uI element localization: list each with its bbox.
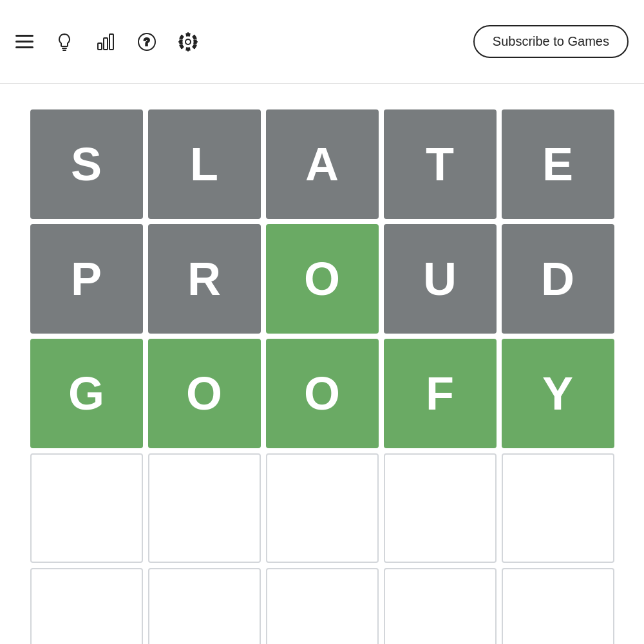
tile-3-2: O (148, 339, 261, 448)
svg-rect-4 (109, 34, 113, 50)
tile-1-4: T (384, 109, 497, 219)
tile-4-4 (384, 453, 497, 563)
game-area: S L A T E P R O U D G O O F Y (0, 84, 644, 644)
tile-2-1: P (30, 224, 143, 334)
tile-5-1 (30, 568, 143, 644)
grid-row-3: G O O F Y (30, 339, 614, 448)
tile-1-5: E (502, 109, 614, 219)
tile-4-2 (148, 453, 261, 563)
header-left: ? (15, 32, 198, 52)
svg-rect-2 (98, 43, 102, 50)
bulb-svg (54, 32, 75, 52)
gear-svg (178, 32, 198, 52)
grid-row-2: P R O U D (30, 224, 614, 334)
tile-1-2: L (148, 109, 261, 219)
grid-row-1: S L A T E (30, 109, 614, 219)
tile-5-2 (148, 568, 261, 644)
stats-icon[interactable] (95, 32, 116, 52)
tile-4-1 (30, 453, 143, 563)
tile-5-3 (266, 568, 379, 644)
tile-3-3: O (266, 339, 379, 448)
tile-3-4: F (384, 339, 497, 448)
tile-3-5: Y (502, 339, 614, 448)
tile-1-1: S (30, 109, 143, 219)
settings-icon[interactable] (178, 32, 198, 52)
svg-rect-3 (104, 38, 108, 50)
tile-5-5 (502, 568, 614, 644)
hamburger-menu-icon[interactable] (15, 35, 33, 48)
hint-icon[interactable] (54, 32, 75, 52)
tile-2-3: O (266, 224, 379, 334)
header: ? Subscribe to Games (0, 0, 644, 84)
tile-1-3: A (266, 109, 379, 219)
tile-4-3 (266, 453, 379, 563)
tile-5-4 (384, 568, 497, 644)
tile-2-4: U (384, 224, 497, 334)
grid-row-5 (30, 568, 614, 644)
svg-point-7 (185, 39, 191, 44)
tile-2-5: D (502, 224, 614, 334)
subscribe-button[interactable]: Subscribe to Games (473, 25, 629, 58)
tile-2-2: R (148, 224, 261, 334)
tile-3-1: G (30, 339, 143, 448)
help-svg: ? (137, 32, 157, 52)
svg-text:?: ? (144, 37, 150, 48)
tile-4-5 (502, 453, 614, 563)
grid-row-4 (30, 453, 614, 563)
help-icon[interactable]: ? (137, 32, 157, 52)
chart-svg (95, 32, 116, 52)
